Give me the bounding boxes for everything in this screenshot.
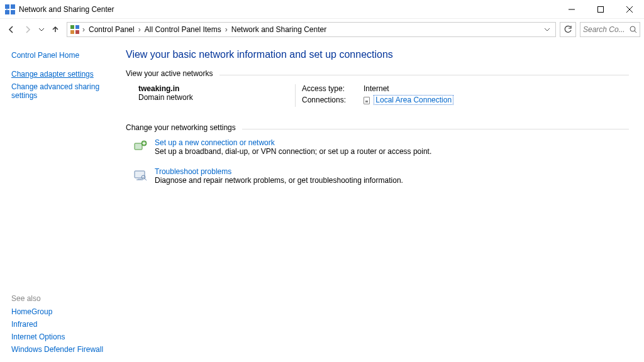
close-icon bbox=[626, 6, 633, 13]
network-type: Domain network bbox=[138, 93, 289, 102]
svg-point-13 bbox=[630, 26, 635, 31]
svg-rect-9 bbox=[70, 25, 74, 29]
svg-rect-0 bbox=[5, 4, 9, 9]
back-button[interactable] bbox=[4, 22, 19, 37]
see-also-internet-options[interactable]: Internet Options bbox=[11, 331, 107, 343]
ethernet-icon bbox=[364, 97, 370, 104]
search-input[interactable] bbox=[583, 25, 630, 34]
back-icon bbox=[6, 25, 16, 35]
page-heading: View your basic network information and … bbox=[126, 49, 629, 60]
close-button[interactable] bbox=[615, 0, 644, 19]
see-also-firewall[interactable]: Windows Defender Firewall bbox=[11, 343, 107, 356]
main-panel: View your basic network information and … bbox=[113, 40, 644, 362]
address-bar[interactable]: › Control Panel › All Control Panel Item… bbox=[67, 22, 556, 37]
breadcrumb-sep: › bbox=[224, 25, 229, 34]
svg-rect-19 bbox=[135, 171, 145, 178]
change-settings-header: Change your networking settings bbox=[126, 123, 236, 132]
see-also-infrared[interactable]: Infrared bbox=[11, 318, 107, 331]
svg-line-14 bbox=[635, 31, 636, 33]
svg-rect-15 bbox=[135, 143, 142, 150]
svg-rect-1 bbox=[11, 4, 15, 9]
refresh-icon bbox=[564, 25, 572, 34]
task-troubleshoot: Troubleshoot problems Diagnose and repai… bbox=[126, 167, 629, 185]
svg-line-23 bbox=[145, 178, 147, 180]
svg-rect-12 bbox=[75, 30, 79, 34]
task-setup-connection-desc: Set up a broadband, dial-up, or VPN conn… bbox=[155, 147, 431, 156]
up-button[interactable] bbox=[48, 22, 63, 37]
svg-rect-3 bbox=[11, 10, 15, 14]
task-setup-connection: Set up a new connection or network Set u… bbox=[126, 138, 629, 156]
see-also-homegroup[interactable]: HomeGroup bbox=[11, 305, 107, 318]
network-name: tweaking.in bbox=[138, 84, 179, 93]
svg-rect-10 bbox=[75, 25, 79, 29]
up-icon bbox=[50, 25, 60, 35]
svg-rect-11 bbox=[70, 30, 74, 34]
search-icon bbox=[630, 26, 637, 33]
refresh-button[interactable] bbox=[560, 22, 576, 37]
content-area: Control Panel Home Change adapter settin… bbox=[0, 40, 644, 362]
forward-button[interactable] bbox=[20, 22, 35, 37]
forward-icon bbox=[23, 25, 33, 35]
search-box[interactable] bbox=[580, 22, 640, 37]
window-title: Network and Sharing Center bbox=[19, 5, 114, 14]
app-icon bbox=[5, 4, 15, 14]
control-panel-home-link[interactable]: Control Panel Home bbox=[11, 49, 107, 62]
troubleshoot-icon bbox=[133, 168, 147, 182]
chevron-down-icon bbox=[544, 26, 550, 33]
svg-rect-6 bbox=[598, 6, 604, 12]
task-setup-connection-link[interactable]: Set up a new connection or network bbox=[155, 138, 275, 147]
breadcrumb-current[interactable]: Network and Sharing Center bbox=[229, 23, 329, 36]
minimize-icon bbox=[569, 6, 575, 13]
minimize-button[interactable] bbox=[557, 0, 586, 19]
active-network-row: tweaking.in Domain network Access type: … bbox=[126, 84, 629, 107]
divider bbox=[242, 129, 629, 129]
maximize-icon bbox=[597, 6, 604, 13]
sidebar: Control Panel Home Change adapter settin… bbox=[0, 40, 113, 362]
breadcrumb-sep: › bbox=[81, 25, 86, 34]
nav-bar: › Control Panel › All Control Panel Item… bbox=[0, 19, 644, 40]
breadcrumb-sep: › bbox=[137, 25, 142, 34]
active-networks-header: View your active networks bbox=[126, 69, 213, 78]
maximize-button[interactable] bbox=[586, 0, 615, 19]
access-type-value: Internet bbox=[364, 84, 389, 93]
connections-label: Connections: bbox=[302, 96, 352, 104]
control-panel-icon bbox=[70, 25, 80, 35]
breadcrumb-all-items[interactable]: All Control Panel Items bbox=[142, 23, 224, 36]
connection-link[interactable]: Local Area Connection bbox=[374, 95, 453, 105]
breadcrumb-control-panel[interactable]: Control Panel bbox=[86, 23, 137, 36]
task-troubleshoot-desc: Diagnose and repair network problems, or… bbox=[155, 176, 403, 185]
title-bar: Network and Sharing Center bbox=[0, 0, 644, 19]
setup-connection-icon bbox=[133, 140, 147, 153]
divider bbox=[219, 75, 629, 75]
address-history-button[interactable] bbox=[541, 26, 553, 33]
change-advanced-sharing-link[interactable]: Change advanced sharing settings bbox=[11, 80, 107, 102]
change-adapter-settings-link[interactable]: Change adapter settings bbox=[11, 68, 107, 80]
see-also-header: See also bbox=[11, 294, 107, 303]
task-troubleshoot-link[interactable]: Troubleshoot problems bbox=[155, 167, 231, 176]
recent-locations-button[interactable] bbox=[36, 22, 47, 37]
chevron-down-icon bbox=[38, 26, 45, 33]
access-type-label: Access type: bbox=[302, 84, 352, 93]
